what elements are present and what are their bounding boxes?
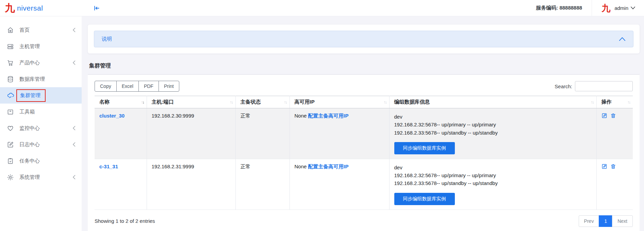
user-menu[interactable]: admin — [614, 5, 635, 11]
column-header-ha-ip[interactable]: 高可用IP↑↓ — [290, 96, 389, 108]
sidebar-item-toolbox[interactable]: 工具箱 — [0, 104, 82, 120]
sidebar-item-label: 系统管理 — [19, 174, 72, 181]
chevron-left-icon — [72, 142, 76, 147]
group-name: dev — [394, 164, 592, 171]
sidebar-item-label: 集群管理 — [16, 89, 46, 102]
header-divider — [592, 0, 592, 16]
ha-ip-value: None — [295, 164, 307, 169]
search-label: Search: — [555, 83, 572, 89]
notice-header[interactable]: 说明 — [94, 31, 633, 47]
search-input[interactable] — [575, 81, 633, 91]
sidebar-item-system[interactable]: 系统管理 — [0, 169, 82, 185]
excel-button[interactable]: Excel — [116, 81, 139, 92]
page-1-button[interactable]: 1 — [599, 215, 612, 227]
sidebar-nav: 首页 主机管理 产品中心 数据库管理 集群管理 — [0, 16, 82, 231]
host-icon — [7, 43, 14, 50]
chevron-left-icon — [72, 28, 76, 32]
service-code-text: 服务编码: 88888888 — [536, 5, 582, 11]
notice-title: 说明 — [102, 36, 112, 42]
sidebar-item-tasks[interactable]: 任务中心 — [0, 153, 82, 169]
sync-group-db-button[interactable]: 同步编组数据库实例 — [394, 142, 455, 154]
sidebar-item-label: 主机管理 — [19, 43, 76, 50]
edit-icon[interactable] — [601, 164, 607, 169]
sidebar-item-products[interactable]: 产品中心 — [0, 55, 82, 71]
prev-page-button[interactable]: Prev — [579, 215, 599, 227]
sidebar-item-clusters[interactable]: 集群管理 — [0, 87, 82, 104]
table-footer: Showing 1 to 2 of 2 entries Prev 1 Next — [95, 210, 633, 231]
sync-group-db-button[interactable]: 同步编组数据库实例 — [394, 193, 455, 205]
sidebar-item-monitoring[interactable]: 监控中心 — [0, 120, 82, 136]
delete-icon[interactable] — [610, 164, 616, 169]
group-instance-line: 192.168.2.32:5678-- up/primary -- up/pri… — [394, 121, 592, 128]
chevron-left-icon — [72, 60, 76, 65]
table-row: cluster_30 192.168.2.30:9999 正常 None配置主备… — [95, 108, 633, 159]
cart-icon — [7, 59, 14, 66]
sidebar-item-label: 监控中心 — [19, 125, 72, 132]
cluster-name-link[interactable]: c-31_31 — [99, 164, 118, 169]
sidebar-item-label: 数据库管理 — [19, 76, 76, 82]
sort-icon: ↑↓ — [141, 100, 144, 105]
edit-icon — [7, 141, 14, 148]
notice-card: 说明 — [88, 25, 640, 53]
print-button[interactable]: Print — [159, 81, 179, 92]
chevron-down-icon — [631, 6, 635, 10]
database-icon — [7, 75, 14, 83]
configure-ha-ip-link[interactable]: 配置主备高可用IP — [308, 113, 348, 119]
status-cell: 正常 — [235, 159, 290, 210]
username-text: admin — [614, 5, 628, 11]
export-button-group: Copy Excel PDF Print — [95, 81, 179, 92]
brand-name: niversal — [17, 4, 43, 12]
copy-button[interactable]: Copy — [95, 81, 117, 92]
host-port-cell: 192.168.2.30:9999 — [147, 108, 235, 159]
heart-icon — [7, 124, 14, 132]
sidebar-item-home[interactable]: 首页 — [0, 22, 82, 38]
sort-icon: ↑↓ — [627, 100, 630, 105]
edit-icon[interactable] — [601, 113, 607, 119]
sidebar-item-label: 产品中心 — [19, 60, 72, 66]
sort-icon: ↑↓ — [591, 100, 594, 105]
status-cell: 正常 — [235, 108, 290, 159]
task-icon — [7, 157, 14, 165]
group-name: dev — [394, 113, 592, 121]
page-title: 集群管理 — [89, 62, 638, 70]
delete-icon[interactable] — [610, 113, 616, 119]
group-instance-line: 192.168.2.32:5678-- up/primary -- up/pri… — [394, 171, 592, 179]
main-content: 说明 集群管理 Copy Excel PDF Print Search: — [82, 16, 644, 231]
column-header-host-port[interactable]: 主机:端口↑↓ — [147, 96, 235, 108]
sidebar-item-label: 任务中心 — [19, 158, 76, 164]
gear-icon — [7, 173, 14, 181]
table-row: c-31_31 192.168.2.31:9999 正常 None配置主备高可用… — [95, 159, 633, 210]
column-header-group-db-info[interactable]: 编组数据库信息↑↓ — [389, 96, 596, 108]
sidebar-item-databases[interactable]: 数据库管理 — [0, 71, 82, 87]
sort-icon: ↑↓ — [284, 100, 287, 105]
table-toolbar: Copy Excel PDF Print Search: — [95, 81, 633, 92]
top-header: 九 niversal 服务编码: 88888888 九 admin — [0, 0, 644, 16]
configure-ha-ip-link[interactable]: 配置主备高可用IP — [308, 164, 348, 169]
sidebar-item-label: 工具箱 — [19, 109, 76, 115]
sidebar-item-hosts[interactable]: 主机管理 — [0, 38, 82, 55]
cluster-name-link[interactable]: cluster_30 — [99, 113, 125, 119]
sidebar-collapse-icon[interactable] — [93, 5, 100, 12]
column-header-name[interactable]: 名称↑↓ — [95, 96, 147, 108]
next-page-button[interactable]: Next — [612, 215, 633, 227]
chevron-left-icon — [72, 126, 76, 130]
cluster-cloud-icon — [7, 92, 14, 99]
pdf-button[interactable]: PDF — [138, 81, 159, 92]
sidebar-item-label: 首页 — [19, 27, 72, 33]
ha-ip-value: None — [295, 113, 307, 119]
pagination: Prev 1 Next — [579, 215, 633, 227]
chevron-left-icon — [72, 175, 76, 180]
group-instance-line: 192.168.2.33:5678-- up/standby -- up/sta… — [394, 179, 592, 187]
home-icon — [7, 26, 14, 34]
sidebar-item-label: 日志中心 — [19, 141, 72, 148]
column-header-actions[interactable]: 操作↑↓ — [596, 96, 633, 108]
sort-icon: ↑↓ — [230, 100, 233, 105]
table-panel: Copy Excel PDF Print Search: 名称↑↓ — [88, 75, 640, 231]
host-port-cell: 192.168.2.31:9999 — [147, 159, 235, 210]
brand-logo[interactable]: 九 niversal — [0, 0, 82, 16]
clusters-table: 名称↑↓ 主机:端口↑↓ 主备状态↑↓ 高可用IP↑↓ 编组数据库信息↑↓ 操作… — [95, 96, 633, 210]
chevron-up-icon[interactable] — [619, 37, 626, 41]
entries-info: Showing 1 to 2 of 2 entries — [95, 218, 155, 224]
column-header-status[interactable]: 主备状态↑↓ — [235, 96, 290, 108]
sidebar-item-logs[interactable]: 日志中心 — [0, 136, 82, 153]
